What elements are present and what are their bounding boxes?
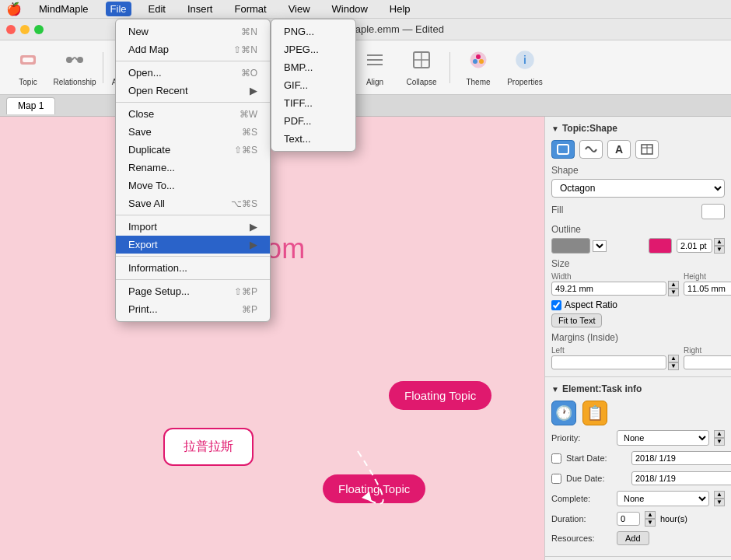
menu-move-to[interactable]: Move To...	[116, 177, 270, 194]
priority-stepper[interactable]: ▲ ▼	[714, 430, 725, 446]
edit-menu[interactable]: Edit	[144, 2, 170, 16]
properties-button[interactable]: i Properties	[503, 44, 547, 91]
menu-save-all[interactable]: Save All ⌥⌘S	[116, 194, 270, 212]
format-menu[interactable]: Format	[229, 2, 271, 16]
fill-label: Fill	[551, 205, 563, 215]
size-label: Size	[551, 258, 725, 269]
menu-new[interactable]: New ⌘N	[116, 23, 270, 40]
export-tiff[interactable]: TIFF...	[271, 94, 355, 112]
open-recent-arrow: ▶	[250, 85, 257, 96]
menu-save[interactable]: Save ⌘S	[116, 123, 270, 141]
close-button[interactable]	[6, 25, 16, 34]
duration-input[interactable]	[617, 512, 640, 526]
start-date-input[interactable]	[631, 451, 731, 465]
dash-color-swatch[interactable]	[551, 238, 590, 254]
align-button[interactable]: Align	[353, 44, 397, 91]
export-png[interactable]: PNG...	[271, 23, 355, 40]
outline-width-input[interactable]	[677, 239, 712, 253]
stepper-down[interactable]: ▼	[714, 246, 725, 254]
menu-import[interactable]: Import ▶	[116, 218, 270, 236]
theme-button[interactable]: Theme	[456, 44, 500, 91]
menu-sep-4	[116, 256, 270, 257]
floating-topic-2[interactable]: Floating Topic	[323, 474, 425, 503]
menu-close[interactable]: Close ⌘W	[116, 105, 270, 123]
due-date-checkbox[interactable]	[551, 474, 561, 484]
outline-color-swatch[interactable]	[649, 238, 672, 254]
width-stepper-up[interactable]: ▲	[668, 281, 679, 289]
titlebar: Thank You for Using MindMaple.emm — Edit…	[0, 19, 731, 40]
menu-add-map[interactable]: Add Map ⇧⌘N	[116, 40, 270, 58]
outline-width-stepper[interactable]: ▲ ▼	[714, 238, 725, 254]
menu-duplicate[interactable]: Duplicate ⇧⌘S	[116, 141, 270, 159]
collapse-button[interactable]: Collapse	[400, 44, 443, 91]
fit-to-text-button[interactable]: Fit to Text	[551, 313, 602, 327]
margins-right-input[interactable]	[684, 355, 731, 369]
duration-stepper[interactable]: ▲ ▼	[645, 511, 656, 527]
help-menu[interactable]: Help	[385, 2, 415, 16]
minimize-button[interactable]	[20, 25, 30, 34]
insert-menu[interactable]: Insert	[183, 2, 218, 16]
complete-select[interactable]: None	[617, 491, 709, 506]
maximize-button[interactable]	[34, 25, 44, 34]
start-date-row: Start Date: ▲ ▼	[551, 450, 725, 466]
width-label: Width	[551, 272, 679, 281]
export-pdf[interactable]: PDF...	[271, 112, 355, 130]
theme-label: Theme	[466, 78, 490, 86]
shape-table-btn[interactable]	[635, 140, 659, 159]
export-bmp[interactable]: BMP...	[271, 58, 355, 76]
shape-label: Shape	[551, 165, 725, 176]
collapse-label: Collapse	[407, 78, 437, 86]
import-arrow: ▶	[250, 221, 257, 233]
export-jpeg[interactable]: JPEG...	[271, 40, 355, 58]
margins-left-input[interactable]	[551, 355, 666, 369]
topic-button[interactable]: Topic	[6, 44, 50, 91]
shape-select[interactable]: Octagon	[551, 179, 725, 198]
width-input[interactable]	[551, 282, 666, 296]
new-shortcut: ⌘N	[241, 26, 257, 37]
aspect-ratio-checkbox[interactable]	[551, 300, 561, 310]
save-all-shortcut: ⌥⌘S	[231, 198, 257, 209]
open-shortcut: ⌘O	[241, 68, 257, 79]
canvas[interactable]: 拉普拉斯 lapulace.com 拉普拉斯 Floating Topic Fl…	[0, 117, 544, 560]
window-menu[interactable]: Window	[327, 2, 372, 16]
svg-point-28	[473, 59, 477, 64]
margins-left-stepper[interactable]: ▲ ▼	[668, 355, 679, 370]
task-info-section: ▼ Element:Task info 🕐 📋 Priority: None ▲…	[545, 377, 731, 557]
floating-topic-1[interactable]: Floating Topic	[389, 381, 491, 410]
height-input[interactable]	[684, 282, 731, 296]
add-resource-button[interactable]: Add	[617, 531, 649, 545]
dash-style-select[interactable]: ▼	[593, 240, 607, 252]
menu-rename[interactable]: Rename...	[116, 159, 270, 177]
export-arrow: ▶	[250, 239, 257, 250]
width-stepper[interactable]: ▲ ▼	[668, 281, 679, 296]
view-menu[interactable]: View	[284, 2, 315, 16]
tab-map1[interactable]: Map 1	[6, 97, 55, 114]
mindmaple-menu[interactable]: MindMaple	[34, 2, 93, 16]
menu-open[interactable]: Open... ⌘O	[116, 64, 270, 82]
task-clock-icon[interactable]: 🕐	[551, 401, 576, 425]
task-note-icon[interactable]: 📋	[582, 401, 607, 425]
fill-color-swatch[interactable]	[701, 204, 725, 219]
menu-open-recent[interactable]: Open Recent ▶	[116, 82, 270, 100]
file-menu-trigger[interactable]: File	[106, 2, 131, 16]
shape-text-btn[interactable]: A	[607, 140, 631, 159]
central-topic[interactable]: 拉普拉斯	[163, 428, 254, 466]
apple-menu[interactable]: 🍎	[6, 2, 22, 16]
priority-select[interactable]: None	[617, 430, 709, 446]
width-stepper-down[interactable]: ▼	[668, 289, 679, 296]
shape-rect-btn[interactable]	[551, 140, 575, 159]
topic-label: Topic	[19, 78, 37, 86]
due-date-input[interactable]	[631, 471, 731, 485]
start-date-checkbox[interactable]	[551, 453, 561, 464]
file-menu: New ⌘N Add Map ⇧⌘N Open... ⌘O Open Recen…	[115, 19, 271, 322]
export-gif[interactable]: GIF...	[271, 76, 355, 94]
menu-print[interactable]: Print... ⌘P	[116, 300, 270, 318]
menu-information[interactable]: Information...	[116, 259, 270, 277]
stepper-up[interactable]: ▲	[714, 238, 725, 246]
menu-export[interactable]: Export ▶	[116, 236, 270, 254]
relationship-button[interactable]: Relationship	[53, 44, 96, 91]
shape-wave-btn[interactable]	[579, 140, 603, 159]
complete-stepper[interactable]: ▲ ▼	[714, 491, 725, 506]
menu-page-setup[interactable]: Page Setup... ⇧⌘P	[116, 282, 270, 300]
export-text[interactable]: Text...	[271, 130, 355, 148]
